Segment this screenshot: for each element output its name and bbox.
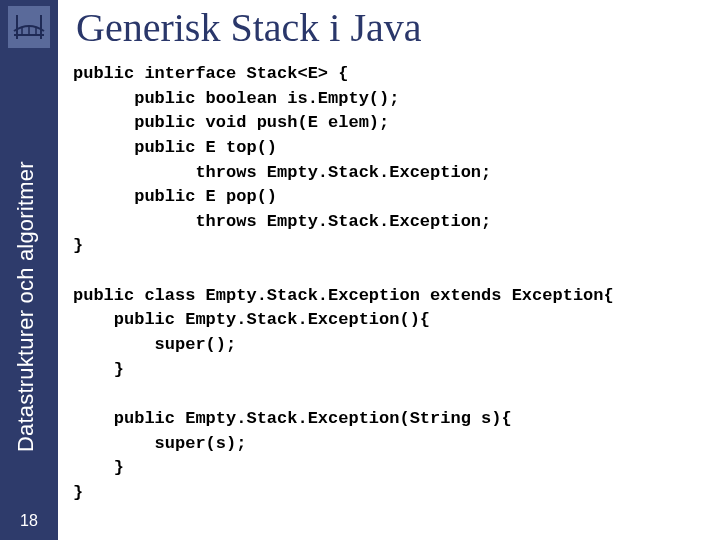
logo-badge — [8, 6, 50, 48]
code-line: public E top() — [73, 138, 277, 157]
code-line: throws Empty.Stack.Exception; — [73, 212, 491, 231]
slide-title: Generisk Stack i Java — [76, 4, 421, 51]
code-line: super(); — [73, 335, 236, 354]
code-line: public class Empty.Stack.Exception exten… — [73, 286, 614, 305]
sidebar-course-title: Datastrukturer och algoritmer — [13, 161, 39, 452]
code-line: } — [73, 483, 83, 502]
code-line: public interface Stack<E> { — [73, 64, 348, 83]
bridge-icon — [11, 9, 47, 45]
code-line: super(s); — [73, 434, 246, 453]
code-line: } — [73, 360, 124, 379]
code-line: public E pop() — [73, 187, 277, 206]
code-block: public interface Stack<E> { public boole… — [73, 62, 614, 506]
code-line: public void push(E elem); — [73, 113, 389, 132]
code-line: } — [73, 236, 83, 255]
code-line: public Empty.Stack.Exception(String s){ — [73, 409, 512, 428]
page-number: 18 — [0, 512, 58, 530]
code-line: } — [73, 458, 124, 477]
code-line: public boolean is.Empty(); — [73, 89, 399, 108]
sidebar: Datastrukturer och algoritmer 18 — [0, 0, 58, 540]
code-line: throws Empty.Stack.Exception; — [73, 163, 491, 182]
code-line: public Empty.Stack.Exception(){ — [73, 310, 430, 329]
